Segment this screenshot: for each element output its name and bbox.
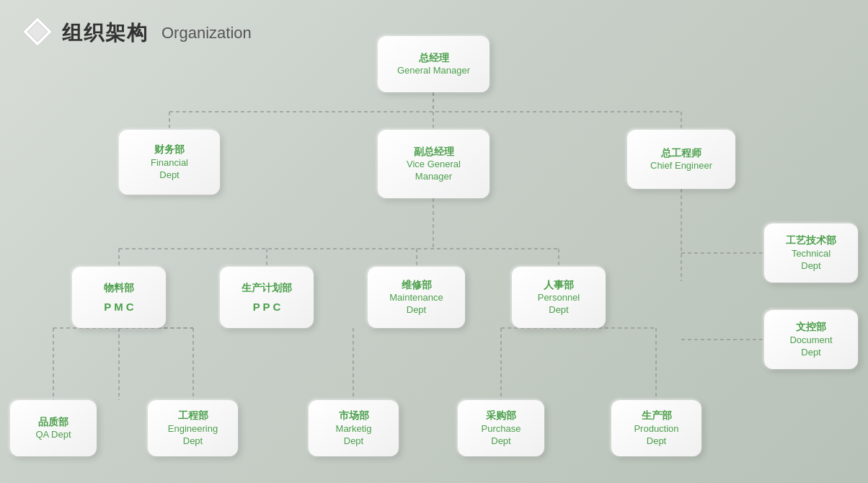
node-pmc: 物料部 P M C	[72, 267, 166, 328]
vgm-cn: 副总经理	[414, 145, 454, 159]
eng-en: EngineeringDept	[168, 423, 218, 448]
gm-cn: 总经理	[419, 51, 449, 66]
pers-en: PersonnelDept	[538, 292, 580, 316]
node-ppc: 生产计划部 P P C	[220, 267, 314, 328]
pmc-cn: 物料部	[104, 281, 134, 296]
mkt-en: MarketigDept	[336, 423, 372, 448]
fin-cn: 财务部	[154, 143, 185, 157]
node-personnel: 人事部 PersonnelDept	[512, 267, 606, 328]
tech-cn: 工艺技术部	[786, 234, 836, 248]
org-chart: 组织架构 Organization 总经理 General Manager 财务…	[0, 0, 868, 483]
pmc-en: P M C	[104, 300, 133, 314]
ce-cn: 总工程师	[661, 146, 701, 161]
header-title-en: Organization	[161, 24, 252, 43]
diamond-icon	[22, 16, 53, 50]
vgm-en: Vice GeneralManager	[407, 159, 461, 183]
pur-cn: 采购部	[486, 409, 516, 423]
node-financial-dept: 财务部 FinancialDept	[119, 130, 220, 195]
node-general-manager: 总经理 General Manager	[378, 36, 490, 92]
eng-cn: 工程部	[178, 409, 208, 423]
qa-cn: 品质部	[38, 415, 68, 430]
node-engineering-dept: 工程部 EngineeringDept	[148, 400, 238, 456]
node-production-dept: 生产部 ProductionDept	[611, 400, 701, 456]
fin-en: FinancialDept	[151, 157, 188, 182]
ppc-cn: 生产计划部	[242, 281, 292, 296]
node-chief-engineer: 总工程师 Chief Engineer	[627, 130, 735, 189]
doc-cn: 文控部	[796, 320, 826, 334]
pers-cn: 人事部	[544, 278, 574, 293]
page-header: 组织架构 Organization	[0, 0, 273, 66]
maint-cn: 维修部	[402, 278, 432, 293]
doc-en: DocumentDept	[789, 334, 832, 359]
node-document-dept: 文控部 DocumentDept	[764, 310, 858, 369]
qa-en: QA Dept	[35, 429, 71, 441]
node-vice-general-manager: 副总经理 Vice GeneralManager	[378, 130, 490, 198]
ce-en: Chief Engineer	[650, 160, 712, 172]
ppc-en: P P C	[253, 300, 281, 314]
node-maintenance: 维修部 MaintenanceDept	[368, 267, 465, 328]
header-title-cn: 组织架构	[62, 19, 149, 47]
prod-cn: 生产部	[642, 409, 672, 423]
mkt-cn: 市场部	[339, 409, 369, 423]
node-technical-dept: 工艺技术部 TechnicalDept	[764, 223, 858, 283]
prod-en: ProductionDept	[634, 423, 678, 448]
gm-en: General Manager	[397, 65, 470, 77]
node-marketing-dept: 市场部 MarketigDept	[309, 400, 399, 456]
pur-en: PurchaseDept	[482, 423, 521, 448]
node-qa-dept: 品质部 QA Dept	[10, 400, 97, 456]
maint-en: MaintenanceDept	[389, 292, 443, 316]
tech-en: TechnicalDept	[792, 248, 831, 272]
node-purchase-dept: 采购部 PurchaseDept	[458, 400, 544, 456]
